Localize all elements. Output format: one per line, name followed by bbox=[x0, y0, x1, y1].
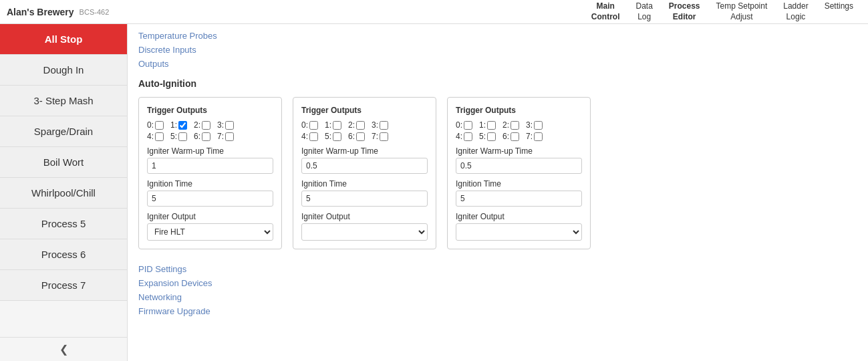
trigger-cb-4-panel-3[interactable]: 4: bbox=[456, 132, 472, 141]
checkbox-7-panel-3[interactable] bbox=[534, 132, 543, 141]
trigger-cb-5-panel-3[interactable]: 5: bbox=[479, 132, 496, 141]
warmup-input-panel-2[interactable] bbox=[301, 158, 428, 174]
sub-nav-bottom-link-firmware-upgrade[interactable]: Firmware Upgrade bbox=[138, 305, 857, 318]
trigger-cb-6-panel-3[interactable]: 6: bbox=[502, 132, 519, 141]
nav-item-data-log[interactable]: Data Log bbox=[627, 0, 660, 25]
chevron-left-icon: ❮ bbox=[59, 343, 68, 356]
trigger-cb-4-panel-2[interactable]: 4: bbox=[301, 132, 318, 141]
checkbox-4-panel-3[interactable] bbox=[464, 132, 472, 141]
ignition-label-panel-3: Ignition Time bbox=[456, 179, 582, 189]
sidebar-btn-process-6[interactable]: Process 6 bbox=[0, 239, 127, 270]
igniter-output-label-panel-3: Igniter Output bbox=[456, 212, 582, 221]
trigger-row-2-panel-1: 4:5:6:7: bbox=[147, 132, 273, 141]
trigger-cb-6-panel-1[interactable]: 6: bbox=[194, 132, 210, 141]
checkbox-2-panel-2[interactable] bbox=[356, 121, 365, 130]
trigger-cb-2-panel-3[interactable]: 2: bbox=[502, 120, 519, 130]
sidebar-btn-sparge-drain[interactable]: Sparge/Drain bbox=[0, 116, 127, 147]
checkbox-1-panel-2[interactable] bbox=[333, 121, 341, 130]
checkbox-4-panel-2[interactable] bbox=[309, 132, 318, 141]
trigger-cb-0-panel-3[interactable]: 0: bbox=[456, 120, 472, 130]
sub-nav-bottom-link-expansion-devices[interactable]: Expansion Devices bbox=[138, 277, 857, 289]
checkbox-1-panel-3[interactable] bbox=[487, 121, 496, 130]
trigger-cb-4-panel-1[interactable]: 4: bbox=[147, 132, 164, 141]
sidebar-btn-whirlpool-chill[interactable]: Whirlpool/Chill bbox=[0, 178, 127, 209]
checkbox-4-panel-1[interactable] bbox=[155, 132, 164, 141]
igniter-output-select-panel-3[interactable]: Fire HLTFire BK bbox=[456, 223, 582, 241]
sidebar-btn-boil-wort[interactable]: Boil Wort bbox=[0, 147, 127, 178]
auto-ignition-panel-3: Trigger Outputs0:1:2:3:4:5:6:7:Igniter W… bbox=[447, 97, 591, 249]
igniter-output-select-panel-1[interactable]: Fire HLTFire BKFire MT bbox=[147, 223, 273, 241]
all-stop-button[interactable]: All Stop bbox=[0, 24, 127, 55]
trigger-cb-0-panel-1[interactable]: 0: bbox=[147, 120, 164, 130]
ignition-input-panel-2[interactable] bbox=[301, 191, 428, 207]
trigger-cb-0-panel-2[interactable]: 0: bbox=[301, 120, 318, 130]
warmup-input-panel-1[interactable] bbox=[147, 158, 273, 174]
top-nav: Alan's Brewery BCS-462 Main ControlData … bbox=[0, 0, 868, 24]
trigger-row-1-panel-2: 0:1:2:3: bbox=[301, 120, 428, 130]
checkbox-5-panel-3[interactable] bbox=[487, 132, 496, 141]
panels-row: Trigger Outputs0:1:2:3:4:5:6:7:Igniter W… bbox=[128, 94, 868, 257]
trigger-cb-5-panel-2[interactable]: 5: bbox=[325, 132, 341, 141]
warmup-input-panel-3[interactable] bbox=[456, 158, 582, 174]
sub-nav-link-outputs[interactable]: Outputs bbox=[138, 57, 857, 70]
checkbox-3-panel-3[interactable] bbox=[534, 121, 543, 130]
checkbox-2-panel-3[interactable] bbox=[511, 121, 519, 130]
trigger-cb-6-panel-2[interactable]: 6: bbox=[348, 132, 365, 141]
nav-item-ladder-logic[interactable]: Ladder Logic bbox=[775, 0, 816, 25]
nav-item-process-editor[interactable]: Process Editor bbox=[661, 0, 708, 25]
checkbox-7-panel-1[interactable] bbox=[225, 132, 234, 141]
checkbox-6-panel-1[interactable] bbox=[202, 132, 210, 141]
nav-item-main-control[interactable]: Main Control bbox=[583, 0, 628, 25]
sidebar-btn-process-5[interactable]: Process 5 bbox=[0, 209, 127, 239]
brand-name: Alan's Brewery bbox=[7, 7, 74, 17]
checkbox-1-panel-1[interactable] bbox=[178, 121, 187, 130]
checkbox-6-panel-2[interactable] bbox=[356, 132, 365, 141]
sidebar: All Stop Dough In3- Step MashSparge/Drai… bbox=[0, 24, 128, 361]
trigger-cb-3-panel-2[interactable]: 3: bbox=[372, 120, 388, 130]
sub-nav-link-temperature-probes[interactable]: Temperature Probes bbox=[138, 29, 857, 42]
igniter-output-label-panel-2: Igniter Output bbox=[301, 212, 428, 221]
checkbox-0-panel-2[interactable] bbox=[309, 121, 318, 130]
warmup-label-panel-2: Igniter Warm-up Time bbox=[301, 146, 428, 156]
trigger-row-1-panel-3: 0:1:2:3: bbox=[456, 120, 582, 130]
auto-ignition-panel-1: Trigger Outputs0:1:2:3:4:5:6:7:Igniter W… bbox=[138, 97, 282, 249]
ignition-input-panel-3[interactable] bbox=[456, 191, 582, 207]
ignition-input-panel-1[interactable] bbox=[147, 191, 273, 207]
nav-item-temp-setpoint-adjust[interactable]: Temp Setpoint Adjust bbox=[708, 0, 776, 25]
trigger-cb-5-panel-1[interactable]: 5: bbox=[170, 132, 187, 141]
sub-nav-link-discrete-inputs[interactable]: Discrete Inputs bbox=[138, 43, 857, 56]
sidebar-btn-3--step-mash[interactable]: 3- Step Mash bbox=[0, 86, 127, 116]
checkbox-0-panel-3[interactable] bbox=[464, 121, 472, 130]
nav-item-settings[interactable]: Settings bbox=[817, 0, 861, 25]
trigger-cb-1-panel-1[interactable]: 1: bbox=[170, 120, 187, 130]
main-layout: All Stop Dough In3- Step MashSparge/Drai… bbox=[0, 24, 868, 361]
trigger-cb-7-panel-1[interactable]: 7: bbox=[217, 132, 234, 141]
igniter-output-label-panel-1: Igniter Output bbox=[147, 212, 273, 221]
checkbox-7-panel-2[interactable] bbox=[380, 132, 388, 141]
ignition-label-panel-2: Ignition Time bbox=[301, 179, 428, 189]
trigger-cb-3-panel-3[interactable]: 3: bbox=[526, 120, 543, 130]
sub-nav-bottom-link-pid-settings[interactable]: PID Settings bbox=[138, 263, 857, 275]
trigger-cb-2-panel-1[interactable]: 2: bbox=[194, 120, 210, 130]
section-title: Auto-Ignition bbox=[128, 73, 868, 94]
sidebar-btn-dough-in[interactable]: Dough In bbox=[0, 55, 127, 86]
checkbox-5-panel-2[interactable] bbox=[333, 132, 341, 141]
trigger-row-1-panel-1: 0:1:2:3: bbox=[147, 120, 273, 130]
checkbox-2-panel-1[interactable] bbox=[202, 121, 210, 130]
ignition-label-panel-1: Ignition Time bbox=[147, 179, 273, 189]
sidebar-btn-process-7[interactable]: Process 7 bbox=[0, 270, 127, 301]
trigger-cb-1-panel-2[interactable]: 1: bbox=[325, 120, 341, 130]
checkbox-3-panel-1[interactable] bbox=[225, 121, 234, 130]
sidebar-collapse-button[interactable]: ❮ bbox=[0, 337, 127, 361]
checkbox-5-panel-1[interactable] bbox=[178, 132, 187, 141]
trigger-cb-3-panel-1[interactable]: 3: bbox=[217, 120, 234, 130]
trigger-cb-1-panel-3[interactable]: 1: bbox=[479, 120, 496, 130]
trigger-cb-7-panel-3[interactable]: 7: bbox=[526, 132, 543, 141]
checkbox-0-panel-1[interactable] bbox=[155, 121, 164, 130]
sub-nav-bottom-link-networking[interactable]: Networking bbox=[138, 291, 857, 304]
trigger-cb-7-panel-2[interactable]: 7: bbox=[372, 132, 388, 141]
igniter-output-select-panel-2[interactable]: Fire HLTFire BK bbox=[301, 223, 428, 241]
trigger-cb-2-panel-2[interactable]: 2: bbox=[348, 120, 365, 130]
checkbox-3-panel-2[interactable] bbox=[380, 121, 388, 130]
checkbox-6-panel-3[interactable] bbox=[511, 132, 519, 141]
